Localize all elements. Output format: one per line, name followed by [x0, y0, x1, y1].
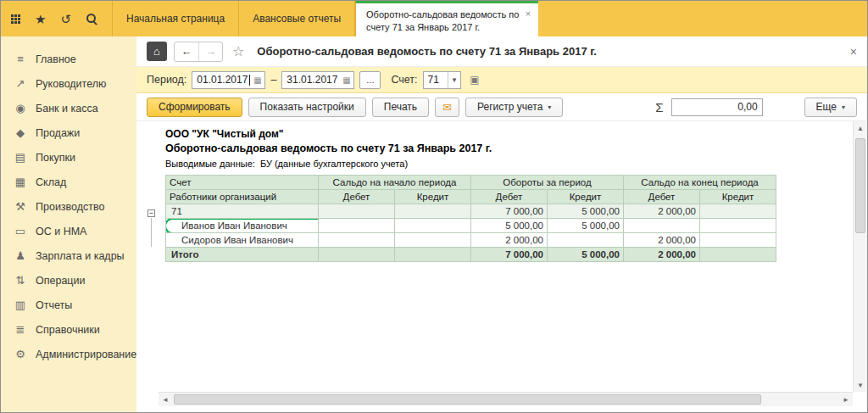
- cell[interactable]: [700, 204, 776, 219]
- vertical-scroll-thumb[interactable]: [855, 138, 865, 233]
- add-to-favorites-icon[interactable]: ☆: [232, 43, 244, 59]
- account-dropdown-icon[interactable]: ▾: [448, 72, 460, 88]
- print-button[interactable]: Печать: [372, 98, 429, 117]
- cell[interactable]: 5 000,00: [548, 204, 624, 219]
- table-row-sidorov[interactable]: Сидоров Иван Иванович 2 000,00 2 000,00: [166, 233, 776, 248]
- cell[interactable]: 5 000,00: [548, 219, 624, 233]
- cell[interactable]: 7 000,00: [471, 248, 548, 262]
- calendar-icon[interactable]: ▦: [250, 72, 264, 88]
- register-button[interactable]: Регистр учета ▾: [465, 98, 563, 117]
- cell[interactable]: 7 000,00: [471, 204, 548, 219]
- cell[interactable]: [319, 204, 395, 219]
- table-row-total[interactable]: Итого 7 000,00 5 000,00 2 000,00: [166, 248, 776, 262]
- cell[interactable]: 2 000,00: [624, 248, 700, 262]
- cell[interactable]: [319, 219, 395, 233]
- sidebar-item[interactable]: ▭ ОС и НМА: [1, 219, 136, 243]
- sidebar-item[interactable]: ≡ Главное: [1, 47, 136, 71]
- cell[interactable]: [548, 233, 624, 248]
- tab-advance-reports[interactable]: Авансовые отчеты: [238, 1, 355, 36]
- generate-button[interactable]: Сформировать: [147, 98, 242, 117]
- period-picker-button[interactable]: ...: [359, 71, 381, 89]
- cell[interactable]: [319, 248, 395, 262]
- cell[interactable]: [700, 233, 776, 248]
- sidebar-item[interactable]: ◆ Продажи: [1, 120, 136, 145]
- calendar-icon[interactable]: ▦: [339, 72, 353, 88]
- tab-close-icon[interactable]: ×: [526, 6, 531, 19]
- sidebar-item[interactable]: ⚒ Производство: [1, 194, 136, 219]
- cell[interactable]: 2 000,00: [624, 204, 700, 219]
- col-group-closing-balance: Сальдо на конец периода: [624, 176, 776, 190]
- sidebar-item[interactable]: ◉ Банк и касса: [1, 96, 136, 120]
- row-name-text: Иванов Иван Иванович: [181, 220, 287, 231]
- date-from-input[interactable]: 01.01.2017 ▦: [192, 71, 265, 89]
- search-icon[interactable]: [86, 13, 98, 25]
- range-dash: –: [270, 74, 276, 86]
- vertical-scrollbar[interactable]: ▲ ▼: [853, 121, 867, 392]
- register-label: Регистр учета: [477, 101, 542, 113]
- account-input[interactable]: 71 ▾: [423, 71, 461, 89]
- cell[interactable]: 5 000,00: [548, 248, 624, 262]
- sidebar-item[interactable]: ⚙ Администрирование: [1, 342, 136, 366]
- sidebar-item[interactable]: ♟ Зарплата и кадры: [1, 243, 136, 268]
- tab-home-page[interactable]: Начальная страница: [112, 1, 238, 36]
- chevron-down-icon: ▾: [842, 103, 845, 111]
- row-name[interactable]: Сидоров Иван Иванович: [166, 233, 319, 248]
- sidebar-item-icon: ≡: [14, 53, 27, 65]
- favorites-star-icon[interactable]: ★: [35, 13, 46, 25]
- horizontal-scroll-thumb[interactable]: [174, 394, 761, 405]
- header-row-sub: Работники организаций Дебет Кредит Дебет…: [166, 190, 776, 204]
- more-button[interactable]: Еще ▾: [804, 98, 857, 117]
- scroll-left-icon[interactable]: ◄: [159, 393, 172, 406]
- tab-label: Оборотно-сальдовая ведомость по счету 71…: [366, 6, 520, 34]
- row-name[interactable]: 71: [166, 204, 319, 219]
- back-button[interactable]: ←: [175, 42, 198, 61]
- cell[interactable]: 5 000,00: [471, 219, 548, 233]
- table-row-account-71[interactable]: 71 7 000,00 5 000,00 2 000,00: [166, 204, 776, 219]
- scroll-right-icon[interactable]: ►: [839, 393, 853, 406]
- report-data-note: Выводимые данные: БУ (данные бухгалтерск…: [165, 159, 853, 169]
- cell[interactable]: [395, 204, 471, 219]
- sidebar-item[interactable]: ≣ Справочники: [1, 317, 136, 342]
- send-mail-button[interactable]: ✉: [435, 98, 459, 117]
- sidebar-item-icon: ◉: [14, 102, 27, 114]
- sidebar-item[interactable]: ▤ Покупки: [1, 145, 136, 170]
- home-button[interactable]: ⌂: [147, 42, 167, 61]
- sidebar-item[interactable]: ▥ Отчеты: [1, 293, 136, 317]
- sidebar-item[interactable]: ↗ Руководителю: [1, 71, 136, 96]
- more-label: Еще: [816, 101, 837, 113]
- close-form-icon[interactable]: ×: [850, 45, 857, 59]
- sidebar-item-icon: ▦: [14, 176, 27, 188]
- date-to-input[interactable]: 31.01.2017 ▦: [281, 71, 354, 89]
- sidebar-item-icon: ▥: [14, 299, 27, 311]
- tab-turnover-balance-sheet[interactable]: Оборотно-сальдовая ведомость по счету 71…: [355, 1, 538, 36]
- sidebar-item[interactable]: ▦ Склад: [1, 170, 136, 194]
- cell[interactable]: [700, 219, 776, 233]
- scroll-down-icon[interactable]: ▼: [854, 378, 867, 392]
- sidebar-item-label: Склад: [36, 176, 66, 188]
- show-settings-button[interactable]: Показать настройки: [248, 98, 366, 117]
- row-name[interactable]: Иванов Иван Иванович: [166, 219, 319, 233]
- table-row-ivanov[interactable]: Иванов Иван Иванович 5 000,00 5 000,00: [166, 219, 776, 233]
- cell[interactable]: [700, 248, 776, 262]
- history-icon[interactable]: ↺: [60, 13, 71, 25]
- history-nav-group: ← →: [174, 42, 223, 62]
- forward-button[interactable]: →: [198, 42, 222, 61]
- sidebar-item[interactable]: ⇅ Операции: [1, 268, 136, 293]
- open-account-form-icon[interactable]: ▣: [466, 71, 483, 89]
- report-header-row: ⌂ ← → ☆ Оборотно-сальдовая ведомость по …: [136, 36, 867, 67]
- cell[interactable]: [395, 233, 471, 248]
- cell[interactable]: [624, 219, 700, 233]
- row-name[interactable]: Итого: [166, 248, 319, 262]
- apps-grid-icon[interactable]: [11, 14, 20, 24]
- collapse-expander-icon[interactable]: −: [147, 209, 155, 217]
- autosum-field[interactable]: 0,00: [671, 98, 763, 116]
- cell[interactable]: [395, 219, 471, 233]
- tab-strip: Начальная страница Авансовые отчеты Обор…: [112, 1, 538, 36]
- cell[interactable]: [319, 233, 395, 248]
- cell[interactable]: 2 000,00: [471, 233, 548, 248]
- mail-icon: ✉: [442, 101, 452, 114]
- horizontal-scrollbar[interactable]: ◄ ►: [159, 392, 853, 406]
- cell[interactable]: 2 000,00: [624, 233, 700, 248]
- cell[interactable]: [395, 248, 471, 262]
- scroll-up-icon[interactable]: ▲: [854, 121, 867, 135]
